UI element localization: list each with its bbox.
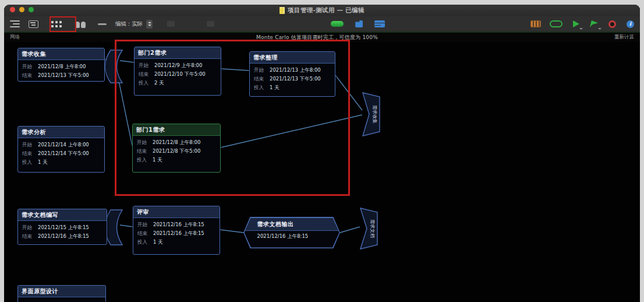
edit-mode-label: 编辑 : 实际 [115,20,143,28]
task-node[interactable]: 部门2需求 开始2021/12/9 上午8:00 结束2021/12/10 下午… [134,47,221,96]
row-label: 开始 [254,67,266,74]
row-value: 2021/12/16 上午8:15 [153,230,204,237]
row-value: 1 天 [153,157,162,164]
document-icon [279,7,285,14]
titlebar: 项目管理-测试用 — 已编辑 [4,5,640,16]
row-label: 结束 [137,230,149,237]
close-button[interactable] [10,7,15,12]
monte-carlo-oval-icon[interactable] [550,18,562,30]
row-label: 投入 [22,159,34,166]
separator-dash-icon [98,18,107,30]
task-node-selected[interactable]: 部门1需求 开始2021/12/8 上午8:00 结束2021/12/8 下午5… [132,124,221,173]
edit-mode-stepper[interactable] [146,20,153,29]
edit-mode-control[interactable]: 编辑 : 实际 [115,20,153,29]
row-value: 2021/12/14 上午8:00 [38,142,89,149]
row-label: 投入 [137,239,149,246]
view-label: 网络 [10,34,20,41]
row-value: 2021/12/16 上午8:15 [153,222,204,229]
row-label: 结束 [22,150,34,157]
gantt-view-icon[interactable] [29,18,38,30]
network-view-icon[interactable] [51,18,62,30]
row-label: 开始 [137,222,149,229]
dimmed-tool-icon-1[interactable] [167,18,175,30]
row-label: 投入 [137,157,148,164]
row-value: 2021/12/16 上午8:15 [38,233,89,240]
row-label: 结束 [254,76,266,83]
reschedule-icon[interactable] [355,18,363,30]
group-start-brackets [105,50,123,245]
violations-grid-icon[interactable] [530,18,541,30]
row-value: 2021/12/14 下午5:00 [38,150,89,157]
row-value: 1 天 [270,85,279,92]
task-node[interactable]: 需求分析 开始2021/12/14 上午8:00 结束2021/12/14 下午… [17,126,105,173]
row-label: 开始 [22,142,34,149]
network-canvas[interactable]: 需求收集 开始2021/12/8 上午8:00 结束2021/12/13 下午5… [4,42,640,302]
publish-flag-icon[interactable] [590,18,598,30]
traffic-lights [10,7,34,12]
row-label: 投入 [254,85,266,92]
toolbar: 编辑 : 实际 i [4,16,640,31]
recalculate-button[interactable]: 重新计算 [614,34,634,41]
task-node[interactable]: 需求整理 开始2021/12/13 上午8:00 结束2021/12/13 下午… [249,51,335,97]
task-node[interactable]: 界面原型设计 [17,285,106,302]
group-end-bracket[interactable]: 需求收集 [362,92,381,136]
task-title: 需求分析 [18,127,104,138]
task-node-group[interactable]: 需求收集 开始2021/12/8 上午8:00 结束2021/12/13 下午5… [17,48,105,82]
task-title: 需求文档编写 [18,209,107,221]
row-label: 开始 [139,62,150,69]
dimmed-tool-icon-2[interactable] [207,18,214,30]
group-end-label: 需求收集 [372,105,377,124]
zoom-button[interactable] [29,7,34,12]
resources-view-icon[interactable] [75,18,86,30]
task-title: 需求整理 [250,52,335,64]
row-value: 2021/12/8 下午5:00 [153,148,200,155]
task-title: 需求收集 [18,48,104,60]
info-icon[interactable]: i [627,18,634,30]
task-title: 部门1需求 [133,124,220,136]
row-value: 2021/12/13 上午8:00 [270,67,321,74]
milestone-node[interactable]: 需求文档输出 2021/12/16 上午8:15 [243,217,340,248]
leveling-icon[interactable] [374,18,385,30]
milestone-date: 2021/12/16 上午8:15 [245,231,339,240]
row-value: 2021/12/10 下午5:00 [154,71,206,78]
row-label: 结束 [137,148,148,155]
row-value: 2021/12/8 上午8:00 [153,139,200,146]
outline-view-icon[interactable] [10,18,20,30]
row-label: 结束 [22,72,34,79]
minimize-button[interactable] [19,7,24,12]
row-value: 2021/12/13 下午5:00 [270,76,321,83]
group-end-bracket[interactable]: 需求文档 [360,208,378,250]
row-label: 开始 [22,64,34,71]
row-label: 开始 [22,224,34,231]
row-value: 2021/12/13 下午5:00 [38,72,89,79]
window-title: 项目管理-测试用 — 已编辑 [288,6,364,15]
group-end-label: 需求文档 [370,219,375,238]
row-value: 2021/12/8 上午8:00 [38,64,86,71]
row-label: 开始 [137,139,148,146]
green-pill-icon[interactable] [331,18,344,30]
row-label: 投入 [139,80,150,87]
row-label: 结束 [22,233,34,240]
milestone-title: 需求文档输出 [245,218,339,231]
row-value: 1 天 [153,239,163,246]
task-title: 界面原型设计 [18,286,105,297]
notice-bar: 网络 Monte Carlo 估算项目需时完工，可信度为 100% 重新计算 [4,33,640,42]
catch-up-arrow-icon[interactable] [573,18,579,30]
row-value: 2021/12/15 上午8:15 [38,224,89,231]
row-label: 结束 [139,71,150,78]
task-node-group[interactable]: 需求文档编写 开始2021/12/15 上午8:15 结束2021/12/16 … [17,209,107,245]
window-title-wrap: 项目管理-测试用 — 已编辑 [279,6,364,15]
row-value: 1 天 [38,159,48,166]
record-icon[interactable] [608,18,616,30]
row-value: 2 天 [154,80,164,87]
task-node[interactable]: 评审 开始2021/12/16 上午8:15 结束2021/12/16 上午8:… [133,206,220,255]
app-window: 项目管理-测试用 — 已编辑 编辑 : 实际 i 网络 Monte Carlo … [4,5,640,302]
monte-carlo-message: Monte Carlo 估算项目需时完工，可信度为 100% [20,34,614,41]
task-title: 部门2需求 [135,47,221,59]
row-value: 2021/12/9 上午8:00 [154,62,202,69]
task-title: 评审 [133,206,220,218]
